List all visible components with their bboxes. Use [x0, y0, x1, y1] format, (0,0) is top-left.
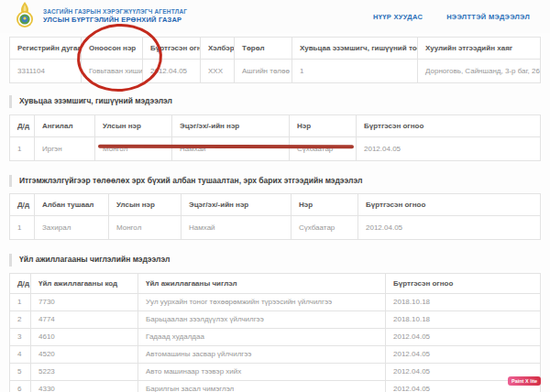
agency-titles: ЗАСГИЙН ГАЗРЫН ХЭРЭГЖҮҮЛЭГЧ АГЕНТЛАГ УЛС… — [43, 8, 187, 26]
activities-table: Д/дҮйл ажиллагааны кодҮйл ажиллагааны чи… — [9, 273, 541, 392]
agency-title-line1: ЗАСГИЙН ГАЗРЫН ХЭРЭГЖҮҮЛЭГЧ АГЕНТЛАГ — [43, 8, 187, 16]
table-cell: Монгол — [95, 136, 172, 160]
paint-app-watermark-badge: Paint X lite — [508, 376, 541, 386]
table-cell: Авто машинаар тээвэр хийх — [138, 363, 386, 380]
table-cell: 2012.04.05 — [143, 60, 201, 83]
table-cell: Автомашины засвар үйлчилгээ — [138, 345, 386, 363]
table-cell: 2018.10.18 — [386, 310, 541, 328]
table-cell: 7730 — [31, 293, 138, 310]
header-row: Д/дҮйл ажиллагааны кодҮйл ажиллагааны чи… — [10, 273, 541, 293]
table-cell: Барьцаалан зээлдүүлэх үйлчилгээ — [138, 310, 386, 328]
table-cell: Монгол — [109, 216, 182, 240]
table-row: 24774Барьцаалан зээлдүүлэх үйлчилгээ2018… — [10, 310, 541, 328]
column-header: Д/д — [10, 273, 31, 293]
table-row: 3311104Говьтаван хишиг2012.04.05XXXАшгий… — [10, 60, 541, 83]
column-header: Албан тушаал — [35, 194, 109, 216]
entity-summary-table: Регистрийн дугаарОноосон нэрБүртгэсэн ог… — [9, 37, 541, 83]
table-cell: 6 — [10, 380, 31, 392]
table-cell: 1 — [292, 60, 418, 83]
column-header: Эцэг/эх/-ийн нэр — [182, 194, 292, 216]
table-row: 34610Гадаад худалдаа2012.04.05 — [10, 328, 541, 345]
table-row: 44520Автомашины засвар үйлчилгээ2012.04.… — [10, 345, 541, 363]
table-cell: 2012.04.05 — [386, 345, 541, 363]
table-row: 1ИргэнМонголНамхайСүхбаатар2012.04.05 — [10, 136, 541, 160]
table-cell: 2012.04.05 — [357, 136, 541, 160]
table-cell: 4610 — [31, 328, 138, 345]
officials-table: Д/дАлбан тушаалУлсын нэрЭцэг/эх/-ийн нэр… — [9, 193, 541, 240]
column-header: Үйл ажиллагааны код — [31, 273, 138, 293]
table-cell: Захирал — [35, 216, 109, 240]
nav-open-data-link[interactable]: НЭЭЛТТЭЙ МЭДЭЭЛЭЛ — [446, 13, 530, 21]
table-cell: Намхай — [172, 136, 290, 160]
column-header: Оноосон нэр — [82, 38, 143, 60]
column-header: Бүртгэсэн огноо — [358, 194, 541, 216]
table-cell: 4520 — [31, 345, 138, 363]
table-cell: Сүхбаатар — [292, 216, 358, 240]
column-header: Бүртгэсэн огноо — [386, 273, 541, 293]
column-header: Улсын нэр — [95, 114, 172, 136]
column-header: Төрөл — [235, 38, 292, 60]
table-cell: 5 — [10, 363, 31, 380]
table-cell: 1 — [10, 293, 31, 310]
table-cell: 3311104 — [10, 60, 82, 83]
table-cell: XXX — [201, 60, 235, 83]
table-cell: Ашгийн төлөө — [235, 60, 292, 83]
agency-logo-icon — [13, 1, 37, 32]
table-cell: 2012.04.05 — [386, 328, 541, 345]
nav-home-link[interactable]: НҮҮР ХУУДАС — [373, 13, 423, 21]
table-cell: 2 — [10, 310, 31, 328]
table-cell: 4330 — [31, 380, 138, 392]
table-row: 55223Авто машинаар тээвэр хийх2012.04.05 — [10, 363, 541, 380]
table-cell: Гадаад худалдаа — [138, 328, 386, 345]
column-header: Регистрийн дугаар — [10, 38, 82, 60]
table-cell: Иргэн — [35, 136, 95, 160]
header-row: Д/дАлбан тушаалУлсын нэрЭцэг/эх/-ийн нэр… — [10, 194, 541, 216]
registry-page: { "header": { "agency_line1": "ЗАСГИЙН Г… — [0, 0, 550, 392]
agency-title-line2: УЛСЫН БҮРТГЭЛИЙН ЕРӨНХИЙ ГАЗАР — [43, 16, 187, 25]
table-cell: 2018.10.18 — [386, 293, 541, 310]
column-header: Нэр — [290, 114, 357, 136]
table-cell: 3 — [10, 328, 31, 345]
table-cell: 5223 — [31, 363, 138, 380]
table-cell: Говьтаван хишиг — [82, 60, 143, 83]
table-cell: Дорноговь, Сайншанд, 3-р баг, 26 — [418, 60, 541, 83]
section-title-officials: Итгэмжлэлгүйгээр төлөөлөх эрх бүхий алба… — [9, 175, 541, 188]
table-row: 1ЗахиралМонголНамхайСүхбаатар2012.04.05 — [10, 216, 541, 240]
table-cell: Намхай — [182, 216, 292, 240]
column-header: Нэр — [292, 194, 358, 216]
column-header: Үйл ажиллагааны чиглэл — [138, 273, 386, 293]
table-row: 64330Барилгын засал чимэглэл2012.04.05 — [10, 380, 541, 392]
column-header: Бүртгэсэн огноо — [143, 38, 201, 60]
table-cell: 2012.04.05 — [358, 216, 541, 240]
table-cell: 4774 — [31, 310, 138, 328]
column-header: Хэлбэр — [201, 38, 235, 60]
header-row: Регистрийн дугаарОноосон нэрБүртгэсэн ог… — [10, 38, 541, 60]
shareholders-table: Д/дАнгилалУлсын нэрЭцэг/эх/-ийн нэрНэрБү… — [9, 114, 541, 161]
column-header: Д/д — [10, 194, 35, 216]
column-header: Хувьцаа эзэмшигч, гишүүний тоо — [292, 38, 418, 60]
header-row: Д/дАнгилалУлсын нэрЭцэг/эх/-ийн нэрНэрБү… — [10, 114, 541, 136]
section-title-shareholders: Хувьцаа эзэмшигч, гишүүний мэдээлэл — [9, 95, 541, 108]
table-row: 17730Уул уурхайн тоног төхөөрөмжийн түрэ… — [10, 293, 541, 310]
table-cell: Сүхбаатар — [290, 136, 357, 160]
section-title-activities: Үйл ажиллагааны чиглэлийн мэдээлэл — [9, 254, 541, 267]
table-cell: Уул уурхайн тоног төхөөрөмжийн түрээсийн… — [138, 293, 386, 310]
column-header: Ангилал — [35, 114, 95, 136]
table-cell: 4 — [10, 345, 31, 363]
main-nav: НҮҮР ХУУДАС НЭЭЛТТЭЙ МЭДЭЭЛЭЛ — [373, 13, 530, 21]
content-area: Регистрийн дугаарОноосон нэрБүртгэсэн ог… — [0, 37, 550, 392]
column-header: Эцэг/эх/-ийн нэр — [172, 114, 290, 136]
column-header: Хуулийн этгээдийн хаяг — [418, 38, 541, 60]
table-cell: 1 — [10, 136, 35, 160]
brand: ЗАСГИЙН ГАЗРЫН ХЭРЭГЖҮҮЛЭГЧ АГЕНТЛАГ УЛС… — [13, 1, 187, 32]
column-header: Д/д — [10, 114, 35, 136]
column-header: Улсын нэр — [109, 194, 182, 216]
table-cell: 1 — [10, 216, 35, 240]
table-cell: Барилгын засал чимэглэл — [138, 380, 386, 392]
column-header: Бүртгэсэн огноо — [357, 114, 541, 136]
top-header: ЗАСГИЙН ГАЗРЫН ХЭРЭГЖҮҮЛЭГЧ АГЕНТЛАГ УЛС… — [0, 0, 550, 33]
